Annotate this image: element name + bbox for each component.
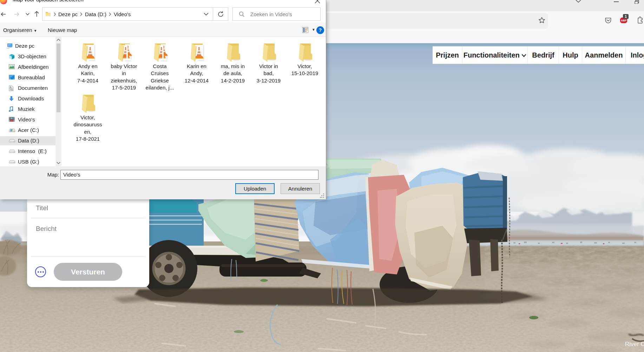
svg-text:ABP: ABP (621, 19, 626, 22)
svg-text:1: 1 (625, 14, 627, 19)
